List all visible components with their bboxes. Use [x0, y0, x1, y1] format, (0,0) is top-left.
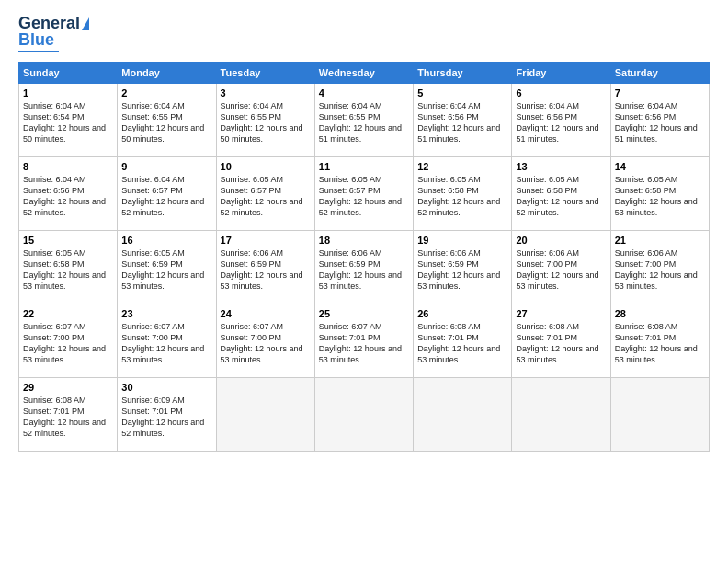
day-number: 17	[221, 235, 311, 246]
empty-cell	[610, 377, 709, 451]
day-number: 29	[23, 382, 113, 393]
day-cell-21: 21Sunrise: 6:06 AMSunset: 7:00 PMDayligh…	[610, 230, 709, 304]
day-info: Sunrise: 6:08 AMSunset: 7:01 PMDaylight:…	[417, 321, 507, 366]
day-number: 7	[615, 87, 705, 98]
day-cell-8: 8Sunrise: 6:04 AMSunset: 6:56 PMDaylight…	[19, 156, 118, 230]
day-cell-12: 12Sunrise: 6:05 AMSunset: 6:58 PMDayligh…	[414, 156, 512, 230]
day-cell-7: 7Sunrise: 6:04 AMSunset: 6:56 PMDaylight…	[610, 83, 709, 156]
day-info: Sunrise: 6:04 AMSunset: 6:56 PMDaylight:…	[23, 174, 113, 219]
day-cell-3: 3Sunrise: 6:04 AMSunset: 6:55 PMDaylight…	[216, 83, 314, 156]
calendar-week-5: 29Sunrise: 6:08 AMSunset: 7:01 PMDayligh…	[19, 377, 710, 451]
day-cell-5: 5Sunrise: 6:04 AMSunset: 6:56 PMDaylight…	[414, 83, 512, 156]
day-cell-24: 24Sunrise: 6:07 AMSunset: 7:00 PMDayligh…	[216, 304, 314, 377]
day-cell-25: 25Sunrise: 6:07 AMSunset: 7:01 PMDayligh…	[314, 304, 413, 377]
day-header-saturday: Saturday	[610, 62, 709, 83]
day-number: 8	[23, 161, 113, 172]
day-header-monday: Monday	[118, 62, 216, 83]
day-cell-6: 6Sunrise: 6:04 AMSunset: 6:56 PMDaylight…	[512, 83, 610, 156]
day-number: 15	[23, 235, 113, 246]
calendar-header-row: SundayMondayTuesdayWednesdayThursdayFrid…	[19, 62, 710, 83]
day-number: 6	[516, 87, 606, 98]
day-info: Sunrise: 6:06 AMSunset: 7:00 PMDaylight:…	[615, 247, 705, 293]
day-number: 11	[319, 161, 409, 172]
day-info: Sunrise: 6:04 AMSunset: 6:54 PMDaylight:…	[23, 100, 113, 145]
day-info: Sunrise: 6:07 AMSunset: 7:00 PMDaylight:…	[23, 321, 113, 366]
day-info: Sunrise: 6:06 AMSunset: 6:59 PMDaylight:…	[221, 247, 311, 293]
day-info: Sunrise: 6:07 AMSunset: 7:00 PMDaylight:…	[121, 321, 211, 366]
empty-cell	[512, 377, 610, 451]
day-number: 13	[516, 161, 606, 172]
day-number: 2	[121, 87, 211, 98]
day-info: Sunrise: 6:04 AMSunset: 6:56 PMDaylight:…	[417, 100, 507, 145]
header: General Blue	[18, 15, 710, 52]
day-cell-2: 2Sunrise: 6:04 AMSunset: 6:55 PMDaylight…	[118, 83, 216, 156]
day-cell-19: 19Sunrise: 6:06 AMSunset: 6:59 PMDayligh…	[414, 230, 512, 304]
day-number: 22	[23, 308, 113, 319]
day-info: Sunrise: 6:04 AMSunset: 6:56 PMDaylight:…	[615, 100, 705, 145]
day-info: Sunrise: 6:08 AMSunset: 7:01 PMDaylight:…	[516, 321, 606, 366]
logo-blue-text: Blue	[18, 31, 54, 50]
day-header-sunday: Sunday	[19, 62, 118, 83]
day-cell-1: 1Sunrise: 6:04 AMSunset: 6:54 PMDaylight…	[19, 83, 118, 156]
day-cell-4: 4Sunrise: 6:04 AMSunset: 6:55 PMDaylight…	[314, 83, 413, 156]
day-number: 21	[615, 235, 705, 246]
day-number: 12	[417, 161, 507, 172]
calendar-body: 1Sunrise: 6:04 AMSunset: 6:54 PMDaylight…	[19, 83, 710, 451]
day-header-thursday: Thursday	[414, 62, 512, 83]
logo: General Blue	[18, 15, 89, 52]
day-info: Sunrise: 6:05 AMSunset: 6:58 PMDaylight:…	[516, 174, 606, 219]
day-cell-14: 14Sunrise: 6:05 AMSunset: 6:58 PMDayligh…	[610, 156, 709, 230]
calendar-week-1: 1Sunrise: 6:04 AMSunset: 6:54 PMDaylight…	[19, 83, 710, 156]
day-info: Sunrise: 6:05 AMSunset: 6:57 PMDaylight:…	[319, 174, 409, 219]
calendar-week-4: 22Sunrise: 6:07 AMSunset: 7:00 PMDayligh…	[19, 304, 710, 377]
day-number: 3	[221, 87, 311, 98]
day-number: 1	[23, 87, 113, 98]
day-info: Sunrise: 6:07 AMSunset: 7:00 PMDaylight:…	[221, 321, 311, 366]
day-number: 14	[615, 161, 705, 172]
day-cell-10: 10Sunrise: 6:05 AMSunset: 6:57 PMDayligh…	[216, 156, 314, 230]
day-number: 19	[417, 235, 507, 246]
calendar-week-2: 8Sunrise: 6:04 AMSunset: 6:56 PMDaylight…	[19, 156, 710, 230]
day-info: Sunrise: 6:08 AMSunset: 7:01 PMDaylight:…	[23, 395, 113, 440]
empty-cell	[216, 377, 314, 451]
empty-cell	[414, 377, 512, 451]
day-number: 4	[319, 87, 409, 98]
day-info: Sunrise: 6:05 AMSunset: 6:58 PMDaylight:…	[417, 174, 507, 219]
day-cell-15: 15Sunrise: 6:05 AMSunset: 6:58 PMDayligh…	[19, 230, 118, 304]
day-header-tuesday: Tuesday	[216, 62, 314, 83]
calendar-week-3: 15Sunrise: 6:05 AMSunset: 6:58 PMDayligh…	[19, 230, 710, 304]
day-number: 9	[121, 161, 211, 172]
day-info: Sunrise: 6:05 AMSunset: 6:59 PMDaylight:…	[121, 247, 211, 293]
day-info: Sunrise: 6:05 AMSunset: 6:58 PMDaylight:…	[23, 247, 113, 293]
page: General Blue SundayMondayTuesdayWednesda…	[0, 0, 728, 563]
day-info: Sunrise: 6:05 AMSunset: 6:57 PMDaylight:…	[221, 174, 311, 219]
day-cell-11: 11Sunrise: 6:05 AMSunset: 6:57 PMDayligh…	[314, 156, 413, 230]
calendar-table: SundayMondayTuesdayWednesdayThursdayFrid…	[18, 62, 710, 452]
day-header-wednesday: Wednesday	[314, 62, 413, 83]
day-info: Sunrise: 6:06 AMSunset: 6:59 PMDaylight:…	[319, 247, 409, 293]
day-cell-26: 26Sunrise: 6:08 AMSunset: 7:01 PMDayligh…	[414, 304, 512, 377]
day-number: 16	[121, 235, 211, 246]
day-cell-16: 16Sunrise: 6:05 AMSunset: 6:59 PMDayligh…	[118, 230, 216, 304]
day-cell-28: 28Sunrise: 6:08 AMSunset: 7:01 PMDayligh…	[610, 304, 709, 377]
day-cell-13: 13Sunrise: 6:05 AMSunset: 6:58 PMDayligh…	[512, 156, 610, 230]
day-info: Sunrise: 6:07 AMSunset: 7:01 PMDaylight:…	[319, 321, 409, 366]
day-number: 5	[417, 87, 507, 98]
day-number: 28	[615, 308, 705, 319]
day-cell-29: 29Sunrise: 6:08 AMSunset: 7:01 PMDayligh…	[19, 377, 118, 451]
day-cell-30: 30Sunrise: 6:09 AMSunset: 7:01 PMDayligh…	[118, 377, 216, 451]
empty-cell	[314, 377, 413, 451]
day-number: 10	[221, 161, 311, 172]
day-number: 25	[319, 308, 409, 319]
day-number: 30	[121, 382, 211, 393]
day-info: Sunrise: 6:04 AMSunset: 6:55 PMDaylight:…	[221, 100, 311, 145]
day-number: 20	[516, 235, 606, 246]
day-info: Sunrise: 6:09 AMSunset: 7:01 PMDaylight:…	[121, 395, 211, 440]
day-number: 27	[516, 308, 606, 319]
day-info: Sunrise: 6:06 AMSunset: 7:00 PMDaylight:…	[516, 247, 606, 293]
day-number: 23	[121, 308, 211, 319]
day-header-friday: Friday	[512, 62, 610, 83]
day-cell-17: 17Sunrise: 6:06 AMSunset: 6:59 PMDayligh…	[216, 230, 314, 304]
day-number: 26	[417, 308, 507, 319]
day-cell-27: 27Sunrise: 6:08 AMSunset: 7:01 PMDayligh…	[512, 304, 610, 377]
